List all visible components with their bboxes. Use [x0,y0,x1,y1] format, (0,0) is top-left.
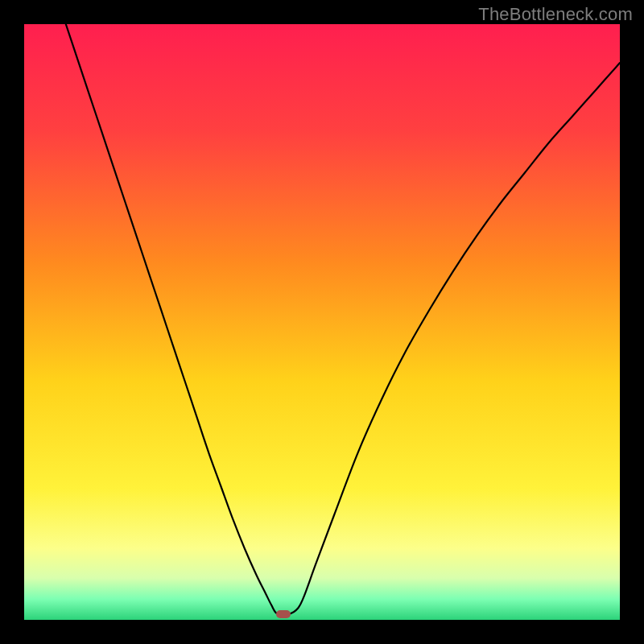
watermark-text: TheBottleneck.com [478,4,633,25]
outer-frame: TheBottleneck.com [0,0,644,644]
svg-rect-0 [24,24,620,620]
optimum-marker [276,610,291,618]
background-gradient [24,24,620,620]
plot-area [24,24,620,620]
